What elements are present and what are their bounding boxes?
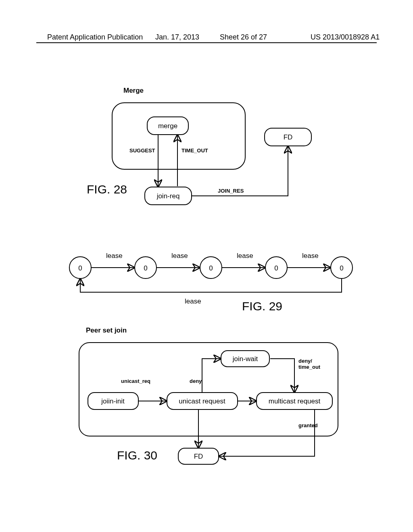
- state-joinreq-label: join-req: [156, 192, 180, 200]
- fig29-label: FIG. 29: [242, 299, 282, 313]
- edge-unicastreq-label: unicast_req: [121, 378, 150, 384]
- state-joinwait-label: join-wait: [232, 355, 258, 363]
- fig30-label: FIG. 30: [117, 449, 157, 462]
- fig29-edge-0-label: lease: [106, 252, 123, 260]
- fig29-edge-3-label: lease: [302, 252, 319, 260]
- state-unicast-label: unicast request: [179, 397, 225, 405]
- fig28-title: Merge: [123, 87, 144, 94]
- state-multicast-label: multicast request: [269, 397, 321, 405]
- fig28-container: [112, 103, 245, 169]
- patent-page: Patent Application Publication Jan. 17, …: [0, 0, 413, 532]
- fig29-loop: [80, 278, 342, 292]
- fig29-edge-2-label: lease: [237, 252, 253, 260]
- fig30-title: Peer set join: [86, 326, 127, 334]
- edge-deny: [202, 359, 220, 393]
- fig29-node-4: 0: [340, 264, 343, 272]
- edge-denyto: [270, 359, 294, 392]
- edge-denyto-label1: deny/: [298, 358, 312, 364]
- state-fd-30-label: FD: [194, 453, 203, 460]
- fig29-loop-label: lease: [185, 297, 201, 305]
- fig29-edge-1-label: lease: [171, 252, 188, 260]
- diagram-canvas: Merge merge join-req FD SUGGEST TIME_OUT…: [0, 0, 413, 532]
- edge-timeout-label: TIME_OUT: [181, 148, 208, 154]
- fig29-node-2: 0: [209, 264, 213, 272]
- fig29-node-3: 0: [274, 264, 278, 272]
- fig28-label: FIG. 28: [87, 183, 127, 196]
- fig29-node-0: 0: [78, 264, 82, 272]
- state-merge-label: merge: [158, 122, 177, 130]
- edge-granted-label: granted: [298, 422, 318, 428]
- edge-denyto-label2: time_out: [298, 364, 321, 370]
- fig29-node-1: 0: [144, 264, 147, 272]
- edge-joinres-label: JOIN_RES: [218, 188, 244, 194]
- state-joininit-label: joiin-init: [101, 397, 125, 405]
- state-fd-28-label: FD: [284, 133, 293, 141]
- edge-suggest-label: SUGGEST: [129, 148, 155, 154]
- edge-deny-label: deny: [190, 378, 202, 384]
- edge-granted: [219, 409, 315, 456]
